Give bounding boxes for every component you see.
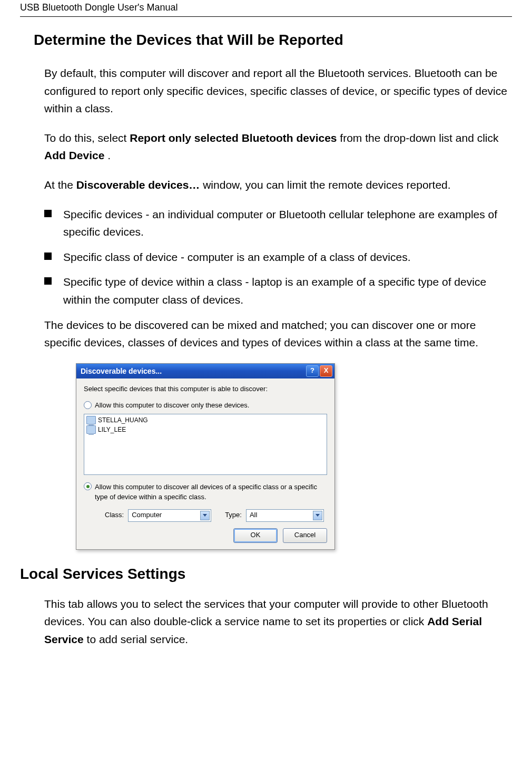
- device-list-item[interactable]: LILY_LEE: [84, 425, 327, 434]
- cancel-button[interactable]: Cancel: [283, 528, 327, 543]
- computer-icon: [86, 425, 96, 434]
- device-list-item[interactable]: STELLA_HUANG: [84, 415, 327, 425]
- help-button[interactable]: ?: [306, 365, 319, 377]
- text-run: .: [107, 149, 111, 161]
- device-name: LILY_LEE: [98, 425, 126, 434]
- text-run: To do this, select: [44, 132, 130, 144]
- chevron-down-icon[interactable]: [200, 511, 210, 520]
- bold-add-device: Add Device: [44, 149, 104, 161]
- paragraph-intro: By default, this computer will discover …: [44, 64, 512, 118]
- text-run: This tab allows you to select the servic…: [44, 598, 488, 628]
- bullet-item: Specific class of device - computer is a…: [44, 248, 512, 266]
- text-run: window, you can limit the remote devices…: [203, 179, 450, 191]
- radio-label: Allow this computer to discover only the…: [95, 400, 249, 411]
- radio-only-these-devices[interactable]: [84, 401, 92, 409]
- section-title: Determine the Devices that Will be Repor…: [34, 32, 512, 48]
- text-run: from the drop-down list and click: [340, 132, 498, 144]
- bullet-list: Specific devices - an individual compute…: [44, 206, 512, 309]
- class-combobox[interactable]: Computer: [128, 509, 211, 522]
- ok-button[interactable]: OK: [233, 528, 278, 543]
- device-name: STELLA_HUANG: [98, 415, 148, 425]
- dialog-titlebar[interactable]: Discoverable devices... ? X: [76, 364, 334, 378]
- dialog-instruction: Select specific devices that this comput…: [84, 384, 327, 395]
- device-listbox[interactable]: STELLA_HUANG LILY_LEE: [84, 414, 327, 475]
- paragraph-instructions: To do this, select Report only selected …: [44, 129, 512, 164]
- class-value: Computer: [132, 510, 162, 521]
- section-title-local-services: Local Services Settings: [20, 566, 512, 582]
- bold-discoverable-devices: Discoverable devices…: [76, 179, 200, 191]
- bullet-item: Specific type of device within a class -…: [44, 273, 512, 308]
- type-label: Type:: [225, 510, 242, 521]
- radio-row-only-these[interactable]: Allow this computer to discover only the…: [84, 400, 327, 411]
- dialog-title: Discoverable devices...: [81, 365, 162, 377]
- radio-class-type[interactable]: [84, 482, 92, 490]
- text-run: At the: [44, 179, 76, 191]
- running-head: USB Bluetooth Dongle User's Manual: [20, 0, 512, 17]
- bullet-item: Specific devices - an individual compute…: [44, 206, 512, 241]
- type-combobox[interactable]: All: [246, 509, 324, 522]
- type-value: All: [250, 510, 257, 521]
- computer-icon: [86, 416, 96, 424]
- class-label: Class:: [105, 510, 124, 521]
- paragraph-local-services: This tab allows you to select the servic…: [44, 595, 512, 648]
- discoverable-devices-dialog: Discoverable devices... ? X Select speci…: [76, 363, 335, 550]
- radio-label: Allow this computer to discover all devi…: [95, 482, 327, 501]
- paragraph-discoverable-window: At the Discoverable devices… window, you…: [44, 176, 512, 194]
- radio-row-class-type[interactable]: Allow this computer to discover all devi…: [84, 482, 327, 501]
- close-button[interactable]: X: [320, 365, 332, 377]
- paragraph-mix-and-match: The devices to be discovered can be mixe…: [44, 316, 512, 352]
- text-run: to add serial service.: [87, 633, 189, 645]
- chevron-down-icon[interactable]: [313, 511, 322, 520]
- bold-report-only: Report only selected Bluetooth devices: [130, 132, 337, 144]
